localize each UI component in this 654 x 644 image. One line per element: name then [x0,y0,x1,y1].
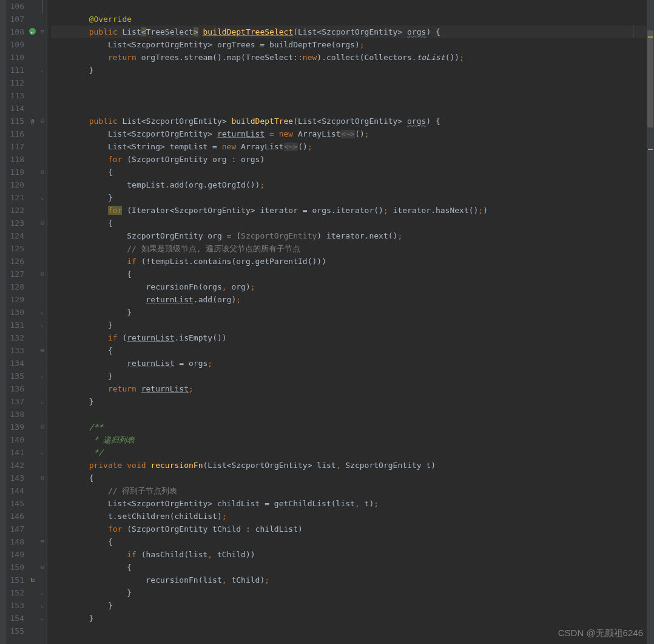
line-number[interactable]: 115 [7,115,24,127]
code-line[interactable]: // 得到子节点列表 [51,484,647,497]
annotation-gutter[interactable]: @↻ [27,0,38,644]
line-number[interactable]: 130 [7,306,24,319]
code-line[interactable]: List<SzcportOrgEntity> returnList = new … [51,127,647,140]
code-area[interactable]: @Override public List<TreeSelect> buildD… [47,0,647,644]
fold-end-icon[interactable]: ⌞ [38,446,47,459]
code-line[interactable]: } [51,599,647,612]
code-line[interactable]: recursionFn(orgs, org); [51,280,647,293]
code-line[interactable]: { [51,472,647,484]
line-number[interactable]: 127 [7,268,24,280]
code-line[interactable] [51,89,647,102]
code-line[interactable]: { [51,268,647,280]
scrollbar-thumb[interactable] [647,30,653,127]
line-number[interactable]: 144 [7,484,24,497]
line-number[interactable]: 151 [7,574,24,586]
line-number[interactable]: 122 [7,204,24,217]
fold-collapse-icon[interactable]: ⊟ [38,535,47,548]
line-number[interactable]: 123 [7,217,24,229]
line-number[interactable]: 137 [7,395,24,408]
code-line[interactable]: if (!tempList.contains(org.getParentId()… [51,255,647,268]
fold-collapse-icon[interactable]: ⊟ [38,115,47,127]
code-line[interactable]: t.setChildren(childList); [51,510,647,523]
line-number[interactable]: 116 [7,127,24,140]
line-number[interactable]: 146 [7,510,24,523]
code-line[interactable]: return orgTrees.stream().map(TreeSelect:… [51,51,647,64]
code-line[interactable]: List<SzcportOrgEntity> orgTrees = buildD… [51,38,647,51]
line-number[interactable]: 113 [7,89,24,102]
line-number[interactable]: 155 [7,625,24,637]
code-line[interactable]: if (hasChild(list, tChild)) [51,548,647,561]
line-number[interactable]: 111 [7,64,24,76]
code-line[interactable]: SzcportOrgEntity org = (SzcportOrgEntity… [51,229,647,242]
line-number[interactable]: 126 [7,255,24,268]
fold-collapse-icon[interactable]: ⊟ [38,217,47,229]
fold-collapse-icon[interactable]: ⊟ [38,268,47,280]
code-line[interactable]: } [51,612,647,625]
line-number[interactable]: 152 [7,586,24,599]
fold-end-icon[interactable]: ⌞ [38,319,47,331]
code-line[interactable] [51,625,647,637]
line-number[interactable]: 114 [7,102,24,115]
code-editor[interactable]: 1061071081091101111121131141151161171181… [0,0,654,644]
code-line[interactable]: @Override [51,13,647,25]
fold-collapse-icon[interactable]: ⊟ [38,472,47,484]
line-number-gutter[interactable]: 1061071081091101111121131141151161171181… [7,0,27,644]
line-number[interactable]: 124 [7,229,24,242]
code-line[interactable]: private void recursionFn(List<SzcportOrg… [51,459,647,472]
fold-end-icon[interactable]: ⌞ [38,612,47,625]
line-number[interactable]: 139 [7,421,24,433]
fold-end-icon[interactable]: ⌞ [38,586,47,599]
fold-end-icon[interactable]: ⌞ [38,370,47,382]
fold-gutter[interactable]: ⊟⌞⊟⊟⌞⊟⊟⌞⌞⊟⌞⌞⊟⌞⊟⊟⊟⌞⌞⌞ [38,0,47,644]
code-line[interactable]: recursionFn(list, tChild); [51,574,647,586]
code-line[interactable]: { [51,344,647,357]
line-number[interactable]: 108 [7,25,24,38]
line-number[interactable]: 149 [7,548,24,561]
code-line[interactable]: tempList.add(org.getOrgId()); [51,178,647,191]
override-marker[interactable] [27,25,38,38]
code-line[interactable]: for (SzcportOrgEntity tChild : childList… [51,523,647,535]
code-line[interactable]: List<SzcportOrgEntity> childList = getCh… [51,497,647,510]
line-number[interactable]: 119 [7,166,24,178]
missing-override-icon[interactable]: @ [27,115,38,127]
line-number[interactable]: 135 [7,370,24,382]
line-number[interactable]: 142 [7,459,24,472]
fold-collapse-icon[interactable]: ⊟ [38,421,47,433]
line-number[interactable]: 128 [7,280,24,293]
code-line[interactable]: } [51,64,647,76]
line-number[interactable]: 148 [7,535,24,548]
code-line[interactable]: } [51,306,647,319]
code-line[interactable]: } [51,370,647,382]
line-number[interactable]: 134 [7,357,24,370]
fold-end-icon[interactable]: ⌞ [38,64,47,76]
line-number[interactable]: 145 [7,497,24,510]
code-line[interactable]: } [51,191,647,204]
fold-collapse-icon[interactable]: ⊟ [38,25,47,38]
code-line[interactable]: List<String> tempList = new ArrayList<~>… [51,140,647,153]
code-line[interactable]: public List<TreeSelect> buildDeptTreeSel… [51,25,647,38]
code-line[interactable]: { [51,217,647,229]
line-number[interactable]: 109 [7,38,24,51]
line-number[interactable]: 131 [7,319,24,331]
vertical-scrollbar[interactable] [647,0,654,644]
line-number[interactable]: 117 [7,140,24,153]
code-line[interactable]: for (Iterator<SzcportOrgEntity> iterator… [51,204,647,217]
fold-end-icon[interactable]: ⌞ [38,306,47,319]
fold-end-icon[interactable]: ⌞ [38,599,47,612]
line-number[interactable]: 150 [7,561,24,574]
line-number[interactable]: 153 [7,599,24,612]
line-number[interactable]: 136 [7,382,24,395]
fold-end-icon[interactable]: ⌞ [38,191,47,204]
code-line[interactable]: returnList.add(org); [51,293,647,306]
line-number[interactable]: 147 [7,523,24,535]
line-number[interactable]: 112 [7,76,24,89]
code-line[interactable]: // 如果是顶级节点, 遍历该父节点的所有子节点 [51,242,647,255]
code-line[interactable]: } [51,319,647,331]
recursion-marker[interactable]: ↻ [27,574,38,586]
line-number[interactable]: 120 [7,178,24,191]
line-number[interactable]: 118 [7,153,24,166]
code-line[interactable]: { [51,166,647,178]
line-number[interactable]: 121 [7,191,24,204]
line-number[interactable]: 107 [7,13,24,25]
override-icon[interactable] [29,28,36,35]
